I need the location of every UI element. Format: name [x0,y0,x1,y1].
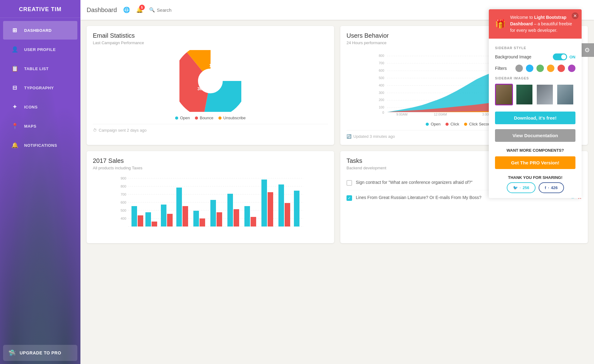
welcome-close-button[interactable]: ✕ [572,12,579,19]
get-pro-button[interactable]: Get The PRO Version! [495,156,575,169]
email-card-subtitle: Last Campaign Performance [93,40,328,45]
sidebar-label-typography: TYPOGRAPHY [24,86,54,90]
email-statistics-card: Email Statistics Last Campaign Performan… [87,26,334,145]
filter-green[interactable] [536,65,544,72]
gear-button[interactable]: ⚙ [580,43,594,57]
svg-text:9:00AM: 9:00AM [396,112,407,116]
sidebar-label-icons: ICONS [24,105,38,109]
bar-6-red [217,212,222,226]
sidebar-img-2[interactable] [515,84,533,105]
sidebar-img-inner-4 [557,85,573,104]
share-row: 🐦 · 256 f · 426 [495,182,575,193]
svg-text:800: 800 [121,184,126,188]
email-card-footer: ⏱ Campaign sent 2 days ago [93,124,328,133]
toggle-thumb [561,54,566,59]
download-button[interactable]: Download, it's free! [495,112,575,124]
sidebar-item-maps[interactable]: 📍 MAPS [3,117,77,135]
users-legend-click: Click [446,122,459,126]
pie-chart-container: 53% 36% 11% [93,50,328,112]
globe-icon[interactable]: 🌐 [123,6,130,13]
sales-card: 2017 Sales All products including Taxes … [87,151,334,243]
want-more-label: WANT MORE COMPONENTS? [495,148,575,153]
filter-red[interactable] [557,65,565,72]
facebook-icon: f [545,185,546,190]
toggle-label: ON [570,55,576,59]
bar-11-cyan [294,191,299,226]
notifications-bell[interactable]: 🔔 5 [136,6,143,13]
filters-row: Filters [495,65,575,72]
sidebar-images-label: SIDEBAR IMAGES [495,76,575,80]
sidebar: CREATIVE TIM ⊞ DASHBOARD 👤 USER PROFILE … [0,0,80,364]
email-card-title: Email Statistics [93,32,328,39]
sales-card-subtitle: All products including Taxes [93,166,328,170]
upgrade-button[interactable]: 🛸 UPGRADE TO PRO [3,345,77,361]
toggle-track[interactable] [553,53,567,60]
clock-icon: ⏱ [93,128,97,133]
twitter-count: · [520,185,521,190]
open-pct-label: 53% [214,75,223,80]
svg-text:800: 800 [379,54,384,57]
users-legend-label-open: Open [431,122,441,126]
bar-1-cyan [131,206,137,226]
facebook-count-value: 426 [551,185,558,190]
legend-open: Open [175,116,190,120]
maps-icon: 📍 [9,121,20,132]
thank-you-label: THANK YOU FOR SHARING! [495,175,575,180]
sidebar-img-3[interactable] [536,84,554,105]
filter-orange[interactable] [547,65,554,72]
search-input[interactable] [157,7,194,13]
gear-icon: ⚙ [584,46,590,54]
bg-image-toggle[interactable]: ON [553,53,576,60]
twitter-share-button[interactable]: 🐦 · 256 [507,182,536,193]
facebook-share-button[interactable]: f · 426 [539,182,564,193]
page-title: Dashboard [87,6,117,14]
twitter-count-value: 256 [523,185,529,190]
settings-body: SIDEBAR STYLE Background Image ON Filter… [489,39,582,198]
bar-1-red [138,215,143,226]
search-box[interactable]: 🔍 [149,7,194,13]
svg-text:300: 300 [379,91,384,95]
bar-10-red [285,203,290,226]
users-legend-dot-click-second [464,123,467,126]
twitter-icon: 🐦 [513,185,518,190]
sidebar-item-dashboard[interactable]: ⊞ DASHBOARD [3,21,77,40]
sidebar-img-1[interactable] [495,84,513,105]
svg-text:200: 200 [379,98,384,102]
sidebar-item-typography[interactable]: ⊟ TYPOGRAPHY [3,78,77,97]
legend-unsubscribe: Unsubscribe [218,116,246,120]
sidebar-label-maps: MAPS [24,124,37,129]
sidebar-label-notifications: NOTIFICATIONS [24,143,57,148]
bounce-pct-label: 36% [197,86,206,91]
welcome-before: Welcome to [510,15,534,20]
bar-8-red [251,217,256,226]
sidebar-img-4[interactable] [556,84,574,105]
users-legend-dot-click [446,123,449,126]
view-doc-button[interactable]: View Documentation [495,129,575,142]
bg-image-row: Background Image ON [495,53,575,60]
bar-2-red [152,222,157,226]
filter-gray[interactable] [515,65,523,72]
task-checkbox-2[interactable]: ✓ [346,195,352,201]
sidebar-item-notifications[interactable]: 🔔 NOTIFICATIONS [3,136,77,154]
svg-text:400: 400 [379,83,384,87]
facebook-count: · [548,185,549,190]
svg-text:100: 100 [379,105,384,109]
bar-7-cyan [227,194,233,226]
svg-text:600: 600 [379,69,384,72]
filter-blue[interactable] [526,65,533,72]
welcome-banner: 🎁 Welcome to Light Bootstrap Dashboard –… [489,9,582,39]
sidebar-item-table-list[interactable]: 📋 TABLE LIST [3,59,77,78]
legend-dot-bounce [195,116,198,120]
typography-icon: ⊟ [9,82,20,93]
task-checkbox-1[interactable] [346,180,352,186]
sidebar-style-label: SIDEBAR STYLE [495,46,575,50]
legend-label-bounce: Bounce [200,116,213,120]
filter-purple[interactable] [568,65,575,72]
users-legend-open: Open [426,122,441,126]
sidebar-item-user-profile[interactable]: 👤 USER PROFILE [3,40,77,59]
pie-chart: 53% 36% 11% [179,50,241,112]
svg-text:600: 600 [121,201,126,204]
sidebar-item-icons[interactable]: ✦ ICONS [3,98,77,116]
bar-9-cyan [261,180,267,226]
legend-bounce: Bounce [195,116,213,120]
